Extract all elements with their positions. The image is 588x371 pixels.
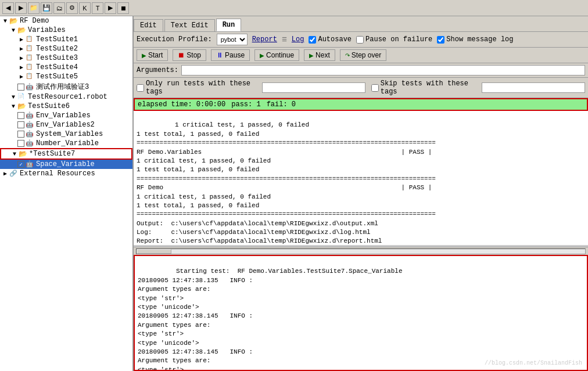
tab-text-edit[interactable]: Text Edit — [164, 19, 215, 31]
toggle-ts6[interactable]: ▼ — [9, 103, 17, 110]
only-run-group: Only run tests with these tags — [137, 80, 256, 96]
toggle-root[interactable]: ▼ — [1, 18, 9, 24]
ts5-icon: 📋 — [26, 73, 35, 81]
toggle-ts7[interactable]: ▼ — [10, 151, 19, 157]
tree-item-testsuite2[interactable]: ▶ 📋 TestSuite2 — [0, 44, 132, 53]
tree-item-testsuite5[interactable]: ▶ 📋 TestSuite5 — [0, 72, 132, 81]
ts6-label: TestSuite6 — [28, 102, 70, 110]
external-label: External Resources — [20, 170, 95, 178]
show-msg-log-checkbox[interactable] — [437, 36, 444, 44]
external-icon: 🔗 — [9, 170, 19, 178]
toggle-external[interactable]: ▶ — [1, 170, 9, 177]
only-run-label: Only run tests with these tags — [146, 80, 256, 96]
tree-item-variables[interactable]: ▼ 📂 Variables — [0, 26, 132, 35]
tree-item-ceshiyonghu[interactable]: 🤖 测试作用域验证3 — [0, 81, 132, 92]
variables-label: Variables — [28, 26, 66, 34]
skip-tags-checkbox[interactable] — [371, 84, 379, 92]
tree-root[interactable]: ▼ 📂 RF Demo — [0, 16, 132, 26]
log-link[interactable]: Log — [292, 35, 304, 44]
only-run-checkbox[interactable] — [137, 84, 144, 92]
tree-item-number-variable[interactable]: 🤖 Number_Variable — [0, 139, 132, 148]
left-panel: ▼ 📂 RF Demo ▼ 📂 Variables ▶ 📋 TestSuite1 — [0, 16, 134, 371]
tree-root-label: RF Demo — [20, 17, 49, 25]
start-button[interactable]: ▶ Start — [137, 49, 168, 61]
tree-item-testsuite7[interactable]: ▼ 📂 *TestSuite7 — [0, 148, 132, 160]
env2-checkbox[interactable] — [17, 121, 24, 128]
toggle-ts1[interactable]: ▶ — [17, 36, 26, 43]
tree-item-external-resources[interactable]: ▶ 🔗 External Resources — [0, 169, 132, 178]
tree-item-testresource[interactable]: ▼ 📄 TestResource1.robot — [0, 92, 132, 102]
tree-item-testsuite1[interactable]: ▶ 📋 TestSuite1 — [0, 35, 132, 44]
tab-run[interactable]: Run — [216, 19, 242, 31]
ts4-label: TestSuite4 — [36, 63, 78, 71]
pause-button[interactable]: ⏸ Pause — [211, 49, 250, 61]
tree-item-env-variables2[interactable]: 🤖 Env_Variables2 — [0, 120, 132, 129]
tree-item-testsuite6[interactable]: ▼ 📂 TestSuite6 — [0, 102, 132, 111]
tree-item-testsuite3[interactable]: ▶ 📋 TestSuite3 — [0, 53, 132, 63]
key-btn[interactable]: K — [79, 2, 91, 14]
start-icon: ▶ — [142, 52, 146, 59]
autosave-group: Autosave — [309, 35, 352, 44]
tree-item-env-variables[interactable]: 🤖 Env_Variables — [0, 111, 132, 120]
tree-item-system-variables[interactable]: 🤖 System_Variables — [0, 129, 132, 139]
toggle-testresource[interactable]: ▼ — [9, 94, 17, 100]
step-over-button[interactable]: ↷ Step over — [340, 49, 386, 61]
num-checkbox[interactable] — [17, 140, 24, 147]
pause-label: Pause — [225, 51, 245, 59]
main-content: ▼ 📂 RF Demo ▼ 📂 Variables ▶ 📋 TestSuite1 — [0, 16, 588, 371]
ceshi-checkbox[interactable] — [17, 84, 24, 91]
toggle-ts3[interactable]: ▶ — [17, 55, 26, 62]
continue-button[interactable]: ▶ Continue — [254, 49, 299, 61]
arguments-label: Arguments: — [137, 66, 178, 74]
open-btn[interactable]: 📁 — [28, 2, 40, 14]
save-all-btn[interactable]: 🗂 — [53, 2, 65, 14]
forward-btn[interactable]: ▶ — [15, 2, 27, 14]
button-row: ▶ Start ⏹ Stop ⏸ Pause ▶ Continue ▶ Ne — [134, 48, 588, 63]
log-output[interactable]: 1 critical test, 1 passed, 0 failed 1 te… — [134, 111, 588, 247]
fail-value: fail: 0 — [267, 100, 296, 109]
toggle-ts5[interactable]: ▶ — [17, 73, 26, 80]
pause-failure-checkbox[interactable] — [356, 36, 364, 44]
scroll-thumb[interactable] — [137, 249, 171, 254]
play-btn[interactable]: ▶ — [105, 2, 116, 14]
tree-item-space-variable[interactable]: ✓ 🤖 Space_Variable — [0, 160, 132, 169]
robot-btn[interactable]: T — [92, 2, 103, 14]
skip-tags-label: Skip tests with these tags — [381, 80, 476, 96]
tab-edit[interactable]: Edit — [134, 19, 163, 31]
fail-count: fail: 0 — [267, 100, 296, 109]
ts3-label: TestSuite3 — [36, 54, 78, 62]
tab-bar: Edit Text Edit Run — [134, 16, 588, 32]
env-checkbox[interactable] — [17, 112, 24, 119]
execution-profile-label: Execution Profile: — [137, 35, 212, 44]
num-robot-icon: 🤖 — [26, 139, 35, 147]
sys-checkbox[interactable] — [17, 131, 24, 138]
only-run-tags-input[interactable] — [262, 82, 365, 93]
bottom-log[interactable]: Starting test: RF Demo.Variables.TestSui… — [134, 255, 588, 371]
show-msg-log-label: Show message log — [446, 35, 513, 44]
space-label: Space_Variable — [36, 160, 95, 168]
stop-btn[interactable]: ⏹ — [117, 2, 129, 14]
skip-tags-input[interactable] — [482, 82, 585, 93]
ts7-folder-icon: 📂 — [19, 150, 28, 158]
toggle-variables[interactable]: ▼ — [9, 27, 17, 34]
ts1-label: TestSuite1 — [36, 35, 78, 44]
toggle-ts2[interactable]: ▶ — [17, 45, 26, 52]
watermark: //blog.csdn.net/SnailandFish — [485, 359, 582, 368]
next-button[interactable]: ▶ Next — [304, 49, 335, 61]
pass-value: pass: 1 — [231, 100, 260, 109]
space-checkbox[interactable]: ✓ — [17, 161, 24, 168]
execution-profile-select[interactable]: pybot — [217, 34, 248, 45]
report-link[interactable]: Report — [252, 35, 277, 44]
stop-button[interactable]: ⏹ Stop — [173, 49, 206, 61]
toggle-ts4[interactable]: ▶ — [17, 64, 26, 71]
autosave-checkbox[interactable] — [309, 36, 316, 44]
arguments-input[interactable] — [181, 65, 585, 75]
back-btn[interactable]: ◀ — [2, 2, 14, 14]
horizontal-scrollbar[interactable] — [134, 247, 588, 255]
log-text: 1 critical test, 1 passed, 0 failed 1 te… — [137, 121, 436, 247]
settings-btn[interactable]: ⚙ — [66, 2, 78, 14]
pause-failure-label: Pause on failure — [365, 35, 432, 44]
save-btn[interactable]: 💾 — [41, 2, 52, 14]
stop-label: Stop — [187, 51, 201, 59]
tree-item-testsuite4[interactable]: ▶ 📋 TestSuite4 — [0, 63, 132, 72]
